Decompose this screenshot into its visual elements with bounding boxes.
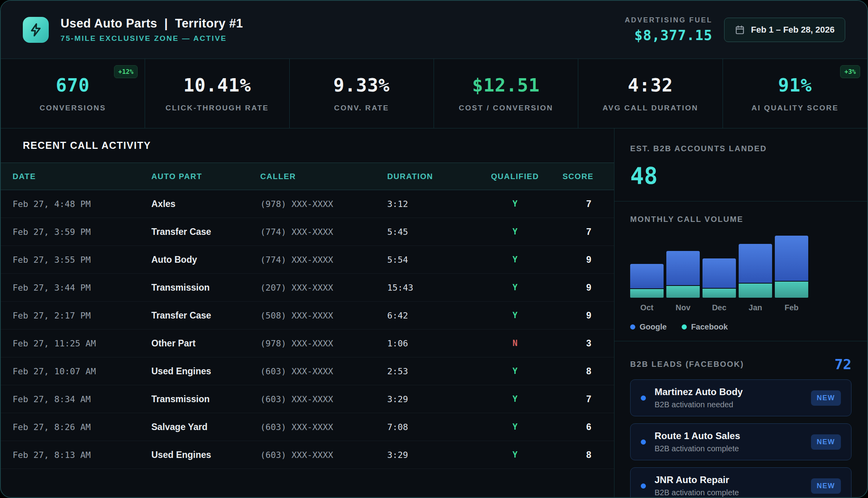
bar-segment-google <box>666 251 700 286</box>
table-row[interactable]: Feb 27, 8:26 AM Salvage Yard (603) XXX-X… <box>1 413 614 441</box>
lead-card[interactable]: Martinez Auto Body B2B activation needed… <box>630 379 851 416</box>
bar-segment-facebook <box>702 289 736 298</box>
x-tick: Jan <box>739 303 772 312</box>
col-header-date: DATE <box>13 172 151 181</box>
table-header-row: DATE AUTO PART CALLER DURATION QUALIFIED… <box>1 163 614 190</box>
date-cell: Feb 27, 3:55 PM <box>13 255 151 265</box>
chart-legend: Google Facebook <box>630 322 851 331</box>
metric-value: 10.41% <box>183 75 251 96</box>
table-row[interactable]: Feb 27, 4:48 PM Axles (978) XXX-XXXX 3:1… <box>1 190 614 218</box>
metric-value: 670 <box>56 75 90 96</box>
metric-conversions: +12% 670 CONVERSIONS <box>1 59 145 128</box>
legend-label: Google <box>640 322 667 331</box>
kpi-row: +12% 670 CONVERSIONS 10.41% CLICK-THROUG… <box>1 59 867 128</box>
qualified-cell: N <box>484 339 546 348</box>
lead-dot-icon <box>641 439 646 445</box>
bar-dec <box>702 258 736 298</box>
auto-part-cell: Transmission <box>151 394 260 405</box>
qualified-cell: Y <box>484 366 546 376</box>
chart-title: MONTHLY CALL VOLUME <box>630 215 851 224</box>
date-cell: Feb 27, 8:34 AM <box>13 394 151 404</box>
col-header-caller: CALLER <box>260 172 387 181</box>
lead-name: Martinez Auto Body <box>655 386 802 397</box>
bar-oct <box>630 264 664 298</box>
caller-cell: (603) XXX-XXXX <box>260 450 387 460</box>
table-row[interactable]: Feb 27, 8:13 AM Used Engines (603) XXX-X… <box>1 441 614 469</box>
table-row[interactable]: Feb 27, 3:59 PM Transfer Case (774) XXX-… <box>1 218 614 246</box>
score-cell: 8 <box>546 366 602 377</box>
duration-cell: 1:06 <box>387 339 484 348</box>
caller-cell: (603) XXX-XXXX <box>260 394 387 404</box>
lead-dot-icon <box>641 395 646 401</box>
qualified-cell: Y <box>484 255 546 264</box>
qualified-cell: Y <box>484 394 546 404</box>
caller-cell: (603) XXX-XXXX <box>260 422 387 432</box>
chart-x-axis-labels: Oct Nov Dec Jan Feb <box>630 303 851 312</box>
dashboard-window: Used Auto Parts | Territory #1 75-MILE E… <box>0 0 868 498</box>
auto-part-cell: Axles <box>151 199 260 209</box>
metric-label: CONV. RATE <box>334 104 389 112</box>
lead-card[interactable]: JNR Auto Repair B2B activation complete … <box>630 467 851 498</box>
advertising-fuel-value: $8,377.15 <box>625 27 712 43</box>
score-cell: 7 <box>546 199 602 209</box>
date-cell: Feb 27, 11:25 AM <box>13 339 151 348</box>
metric-value: 4:32 <box>628 75 673 96</box>
delta-badge: +3% <box>840 65 860 78</box>
metric-value: 91% <box>778 75 812 96</box>
new-badge: NEW <box>811 390 841 406</box>
duration-cell: 5:54 <box>387 255 484 265</box>
auto-part-cell: Auto Body <box>151 254 260 265</box>
x-tick: Feb <box>775 303 808 312</box>
caller-cell: (978) XXX-XXXX <box>260 199 387 209</box>
caller-cell: (508) XXX-XXXX <box>260 311 387 320</box>
date-range-label: Feb 1 – Feb 28, 2026 <box>751 25 835 35</box>
lead-status: B2B activation complete <box>655 444 802 453</box>
qualified-cell: Y <box>484 311 546 320</box>
bar-feb <box>775 236 808 298</box>
google-legend-dot-icon <box>630 324 635 330</box>
b2b-accounts-panel: EST. B2B ACCOUNTS LANDED 48 <box>614 128 867 201</box>
auto-part-cell: Transmission <box>151 282 260 293</box>
bar-segment-google <box>775 236 808 282</box>
table-row[interactable]: Feb 27, 10:07 AM Used Engines (603) XXX-… <box>1 357 614 385</box>
table-row[interactable]: Feb 27, 8:34 AM Transmission (603) XXX-X… <box>1 385 614 413</box>
stacked-bar-chart <box>630 235 851 298</box>
bar-nov <box>666 251 700 298</box>
table-row[interactable]: Feb 27, 3:55 PM Auto Body (774) XXX-XXXX… <box>1 246 614 274</box>
metric-ai-quality-score: +3% 91% AI QUALITY SCORE <box>723 59 867 128</box>
lead-card[interactable]: Route 1 Auto Sales B2B activation comple… <box>630 423 851 460</box>
qualified-cell: Y <box>484 422 546 432</box>
page-title: Used Auto Parts | Territory #1 <box>61 16 243 31</box>
score-cell: 3 <box>546 338 602 349</box>
metric-label: AVG CALL DURATION <box>603 104 699 112</box>
title-block: Used Auto Parts | Territory #1 75-MILE E… <box>61 16 243 43</box>
duration-cell: 3:29 <box>387 394 484 404</box>
metric-label: COST / CONVERSION <box>459 104 554 112</box>
metric-avg-call-duration: 4:32 AVG CALL DURATION <box>578 59 723 128</box>
sidebar: EST. B2B ACCOUNTS LANDED 48 MONTHLY CALL… <box>614 128 867 498</box>
table-row[interactable]: Feb 27, 11:25 AM Other Part (978) XXX-XX… <box>1 330 614 357</box>
legend-item-facebook: Facebook <box>682 322 728 331</box>
metric-label: AI QUALITY SCORE <box>751 104 839 112</box>
date-range-picker[interactable]: Feb 1 – Feb 28, 2026 <box>724 18 845 42</box>
b2b-leads-label: B2B LEADS (FACEBOOK) <box>630 360 744 369</box>
score-cell: 9 <box>546 310 602 321</box>
score-cell: 9 <box>546 254 602 265</box>
table-row[interactable]: Feb 27, 3:44 PM Transmission (207) XXX-X… <box>1 274 614 302</box>
new-badge: NEW <box>811 434 841 450</box>
advertising-fuel: ADVERTISING FUEL $8,377.15 <box>625 16 712 43</box>
metric-cost-per-conversion: $12.51 COST / CONVERSION <box>434 59 578 128</box>
col-header-qualified: QUALIFIED <box>484 172 546 181</box>
score-cell: 7 <box>546 394 602 405</box>
date-cell: Feb 27, 3:59 PM <box>13 227 151 237</box>
auto-part-cell: Used Engines <box>151 450 260 460</box>
auto-part-cell: Transfer Case <box>151 310 260 321</box>
section-title: RECENT CALL ACTIVITY <box>23 140 151 151</box>
recent-call-activity-panel: RECENT CALL ACTIVITY DATE AUTO PART CALL… <box>1 128 614 498</box>
table-row[interactable]: Feb 27, 2:17 PM Transfer Case (508) XXX-… <box>1 302 614 330</box>
b2b-leads-count: 72 <box>835 356 851 372</box>
score-cell: 8 <box>546 450 602 460</box>
date-cell: Feb 27, 2:17 PM <box>13 311 151 320</box>
metric-label: CLICK-THROUGH RATE <box>166 104 269 112</box>
caller-cell: (774) XXX-XXXX <box>260 255 387 265</box>
